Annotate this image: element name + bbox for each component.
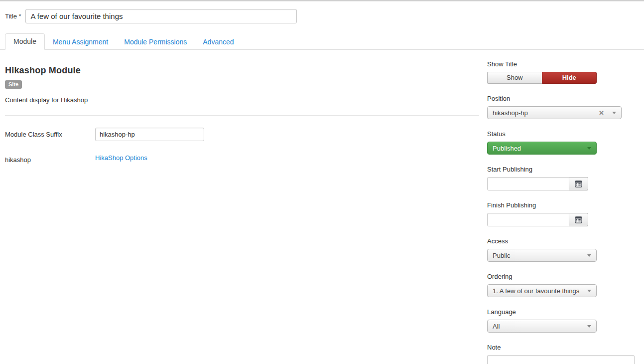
chevron-down-icon — [587, 290, 591, 292]
tab-module[interactable]: Module — [5, 33, 45, 50]
settings-sidebar: Show Title Show Hide Position hikashop-h… — [487, 50, 635, 364]
hikashop-label: hikashop — [5, 153, 95, 164]
note-label: Note — [487, 344, 635, 351]
chevron-down-icon — [612, 112, 616, 114]
title-input[interactable] — [25, 9, 297, 23]
finish-publishing-label: Finish Publishing — [487, 201, 635, 209]
module-heading: Hikashop Module — [5, 65, 479, 76]
note-input[interactable] — [487, 355, 635, 364]
class-suffix-row: Module Class Suffix — [5, 128, 479, 141]
main-content: Hikashop Module Site Content display for… — [0, 50, 644, 364]
tab-module-permissions[interactable]: Module Permissions — [116, 34, 195, 50]
clear-icon[interactable]: ✕ — [599, 109, 604, 117]
status-select[interactable]: Published — [487, 142, 597, 155]
title-label: Title * — [5, 12, 21, 20]
status-label: Status — [487, 130, 635, 138]
position-label: Position — [487, 95, 635, 102]
start-publishing-label: Start Publishing — [487, 166, 635, 173]
start-publishing-input[interactable] — [487, 177, 569, 190]
show-title-toggle: Show Hide — [487, 72, 597, 84]
position-field: Position hikashop-hp ✕ — [487, 95, 635, 119]
language-field: Language All — [487, 308, 635, 333]
required-star: * — [19, 13, 21, 20]
note-field: Note — [487, 344, 635, 364]
hide-button[interactable]: Hide — [542, 72, 597, 84]
language-select[interactable]: All — [487, 320, 597, 333]
site-badge: Site — [5, 80, 22, 89]
module-class-suffix-input[interactable] — [95, 128, 204, 141]
show-title-label: Show Title — [487, 60, 635, 68]
start-publishing-field: Start Publishing — [487, 166, 635, 190]
hikashop-row: hikashop HikaShop Options — [5, 153, 479, 164]
ordering-label: Ordering — [487, 273, 635, 280]
finish-publishing-field: Finish Publishing — [487, 201, 635, 226]
language-value: All — [493, 323, 584, 330]
ordering-field: Ordering 1. A few of our favourite thing… — [487, 273, 635, 297]
start-publishing-group — [487, 177, 588, 190]
tab-bar: Module Menu Assignment Module Permission… — [0, 33, 644, 50]
module-description: Content display for Hikashop — [5, 96, 479, 104]
module-panel: Hikashop Module Site Content display for… — [0, 50, 479, 164]
ordering-value: 1. A few of our favourite things — [493, 287, 584, 295]
status-field: Status Published — [487, 130, 635, 155]
access-label: Access — [487, 237, 635, 245]
ordering-select[interactable]: 1. A few of our favourite things — [487, 284, 597, 297]
module-class-suffix-label: Module Class Suffix — [5, 128, 95, 138]
hikashop-options-link[interactable]: HikaShop Options — [95, 153, 147, 162]
show-button[interactable]: Show — [487, 72, 542, 84]
chevron-down-icon — [587, 147, 591, 150]
finish-publishing-calendar-button[interactable] — [569, 213, 588, 226]
calendar-icon — [575, 180, 582, 187]
finish-publishing-group — [487, 213, 588, 226]
finish-publishing-input[interactable] — [487, 213, 569, 226]
access-field: Access Public — [487, 237, 635, 262]
title-row: Title * — [0, 1, 644, 23]
position-value: hikashop-hp — [493, 109, 599, 117]
status-value: Published — [493, 145, 584, 152]
tab-menu-assignment[interactable]: Menu Assignment — [45, 34, 116, 50]
start-publishing-calendar-button[interactable] — [569, 177, 588, 190]
chevron-down-icon — [587, 254, 591, 257]
chevron-down-icon — [587, 325, 591, 328]
position-select[interactable]: hikashop-hp ✕ — [487, 106, 622, 119]
show-title-field: Show Title Show Hide — [487, 60, 635, 84]
access-select[interactable]: Public — [487, 249, 597, 262]
access-value: Public — [493, 252, 584, 259]
tab-advanced[interactable]: Advanced — [195, 34, 242, 50]
language-label: Language — [487, 308, 635, 316]
calendar-icon — [575, 216, 582, 223]
divider — [5, 115, 479, 116]
title-label-text: Title — [5, 12, 17, 20]
